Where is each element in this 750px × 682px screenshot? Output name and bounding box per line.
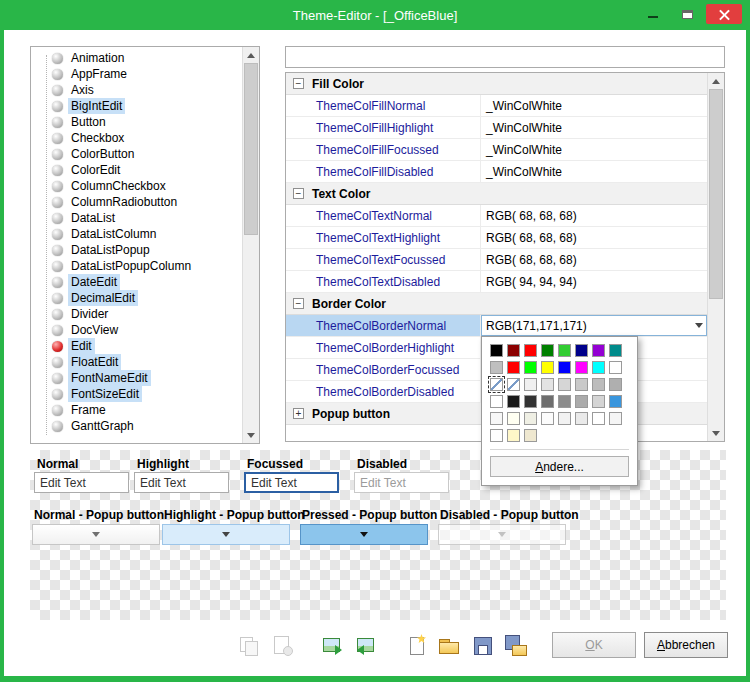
tree-scrollbar[interactable] — [242, 47, 259, 443]
property-name[interactable]: ThemeColTextHighlight — [286, 227, 481, 248]
color-swatch[interactable] — [507, 429, 520, 442]
color-swatch[interactable] — [609, 395, 622, 408]
color-swatch[interactable] — [524, 344, 537, 357]
tree-item-button[interactable]: Button — [31, 114, 242, 130]
color-swatch[interactable] — [592, 395, 605, 408]
property-name[interactable]: ThemeColTextFocussed — [286, 249, 481, 270]
scroll-down-icon[interactable] — [708, 425, 724, 441]
color-swatch[interactable] — [575, 412, 588, 425]
scroll-up-icon[interactable] — [708, 73, 724, 89]
property-value[interactable]: _WinColWhite — [481, 139, 707, 160]
color-swatch[interactable] — [541, 395, 554, 408]
cancel-button[interactable]: Abbrechen — [644, 632, 728, 658]
import-theme-button[interactable] — [320, 633, 346, 659]
color-swatch[interactable] — [558, 344, 571, 357]
collapse-toggle-icon[interactable]: − — [293, 188, 304, 199]
color-swatch[interactable] — [558, 412, 571, 425]
color-swatch[interactable] — [592, 412, 605, 425]
tree-item-datalistpopupcolumn[interactable]: DataListPopupColumn — [31, 258, 242, 274]
color-swatch[interactable] — [541, 378, 554, 391]
color-swatch[interactable] — [490, 395, 503, 408]
tree-item-axis[interactable]: Axis — [31, 82, 242, 98]
color-swatch[interactable] — [558, 378, 571, 391]
tree-item-datalistpopup[interactable]: DataListPopup — [31, 242, 242, 258]
tree-item-fontnameedit[interactable]: FontNameEdit — [31, 370, 242, 386]
tree-item-datalist[interactable]: DataList — [31, 210, 242, 226]
titlebar[interactable]: Theme-Editor - [_OfficeBlue] — [0, 0, 750, 30]
tree-item-ganttgraph[interactable]: GanttGraph — [31, 418, 242, 434]
collapse-toggle-icon[interactable]: − — [293, 298, 304, 309]
export-theme-button[interactable] — [353, 633, 379, 659]
color-swatch[interactable] — [609, 361, 622, 374]
tree-item-columncheckbox[interactable]: ColumnCheckbox — [31, 178, 242, 194]
grid-scroll-track[interactable] — [708, 89, 724, 425]
tree-item-bigintedit[interactable]: BigIntEdit — [31, 98, 242, 114]
delete-theme-button[interactable] — [269, 633, 295, 659]
preview-edit-highlight[interactable]: Edit Text — [134, 472, 229, 493]
tree-scroll-track[interactable] — [243, 63, 259, 427]
new-theme-button[interactable] — [404, 633, 430, 659]
color-swatch[interactable] — [575, 395, 588, 408]
preview-edit-focussed[interactable]: Edit Text — [244, 472, 339, 493]
tree-item-datalistcolumn[interactable]: DataListColumn — [31, 226, 242, 242]
property-value[interactable]: _WinColWhite — [481, 117, 707, 138]
property-name[interactable]: ThemeColFillDisabled — [286, 161, 481, 182]
chevron-down-icon[interactable] — [691, 323, 706, 328]
preview-popup-pressed[interactable] — [300, 524, 428, 545]
color-swatch[interactable] — [592, 361, 605, 374]
color-swatch[interactable] — [558, 361, 571, 374]
color-swatch[interactable] — [575, 344, 588, 357]
property-name[interactable]: ThemeColBorderDisabled — [286, 381, 481, 402]
ok-button[interactable]: OK — [552, 632, 636, 658]
color-swatch[interactable] — [592, 378, 605, 391]
property-value[interactable]: _WinColWhite — [481, 161, 707, 182]
color-swatch[interactable] — [524, 395, 537, 408]
tree-scroll-thumb[interactable] — [244, 63, 258, 235]
property-filter-input[interactable] — [285, 46, 725, 68]
color-swatch[interactable] — [592, 344, 605, 357]
color-swatch[interactable] — [524, 429, 537, 442]
tree-item-edit[interactable]: Edit — [31, 338, 242, 354]
scroll-up-icon[interactable] — [243, 47, 259, 63]
save-theme-button[interactable] — [470, 633, 496, 659]
collapse-toggle-icon[interactable]: − — [293, 78, 304, 89]
property-group-header[interactable]: −Text Color — [286, 183, 707, 205]
tree-item-decimaledit[interactable]: DecimalEdit — [31, 290, 242, 306]
color-swatch[interactable] — [507, 395, 520, 408]
minimize-button[interactable] — [638, 4, 668, 24]
color-swatch[interactable] — [507, 378, 520, 391]
color-swatch[interactable] — [507, 361, 520, 374]
tree-item-dateedit[interactable]: DateEdit — [31, 274, 242, 290]
property-name[interactable]: ThemeColTextNormal — [286, 205, 481, 226]
preview-popup-highlight[interactable] — [162, 524, 290, 545]
color-swatch[interactable] — [490, 361, 503, 374]
preview-popup-normal[interactable] — [32, 524, 160, 545]
color-swatch[interactable] — [558, 395, 571, 408]
color-swatch[interactable] — [609, 378, 622, 391]
save-as-theme-button[interactable] — [503, 633, 529, 659]
color-swatch[interactable] — [490, 412, 503, 425]
preview-edit-disabled[interactable]: Edit Text — [354, 472, 449, 493]
color-swatch[interactable] — [609, 412, 622, 425]
grid-scrollbar[interactable] — [707, 73, 724, 441]
grid-scroll-thumb[interactable] — [709, 89, 723, 299]
color-swatch[interactable] — [575, 378, 588, 391]
property-value[interactable]: RGB( 94, 94, 94) — [481, 271, 707, 292]
property-group-header[interactable]: −Border Color — [286, 293, 707, 315]
close-button[interactable] — [706, 4, 742, 24]
copy-theme-button[interactable] — [236, 633, 262, 659]
other-color-button[interactable]: Andere... — [490, 456, 629, 477]
color-swatch[interactable] — [524, 378, 537, 391]
preview-edit-normal[interactable]: Edit Text — [34, 472, 129, 493]
tree-item-docview[interactable]: DocView — [31, 322, 242, 338]
tree-item-floatedit[interactable]: FloatEdit — [31, 354, 242, 370]
color-swatch[interactable] — [507, 412, 520, 425]
color-swatch[interactable] — [490, 378, 503, 391]
color-swatch[interactable] — [490, 429, 503, 442]
tree-item-checkbox[interactable]: Checkbox — [31, 130, 242, 146]
color-swatch[interactable] — [575, 361, 588, 374]
color-swatch[interactable] — [541, 344, 554, 357]
tree-item-animation[interactable]: Animation — [31, 50, 242, 66]
property-name[interactable]: ThemeColTextDisabled — [286, 271, 481, 292]
tree-item-columnradiobutton[interactable]: ColumnRadiobutton — [31, 194, 242, 210]
